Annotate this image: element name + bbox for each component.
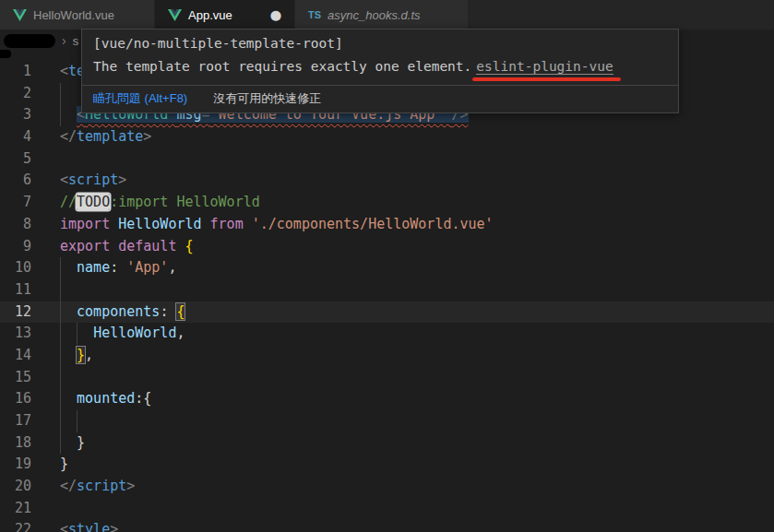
indent-guide (60, 388, 61, 410)
tab-helloworld-vue[interactable]: HelloWorld.vue (0, 0, 155, 30)
code-line: 19} (0, 454, 774, 476)
code-token: import (60, 216, 110, 232)
code-token: > (126, 478, 135, 494)
vue-icon (13, 9, 27, 21)
code-token: , (85, 347, 93, 363)
code-token: > (143, 128, 151, 145)
indent-guide (77, 410, 77, 432)
indent-guide (60, 301, 61, 324)
code-token: './components/HelloWorld.vue' (252, 216, 494, 232)
code-line: 4</template> (0, 126, 774, 148)
code-token: { (185, 238, 193, 254)
code-token: > (110, 521, 118, 532)
code-line-content[interactable]: mounted:{ (31, 388, 774, 410)
indent-guide (60, 345, 61, 367)
breadcrumb-item[interactable]: s (73, 34, 79, 48)
code-token: : (160, 303, 176, 320)
code-token: script (77, 478, 126, 494)
code-line-content[interactable] (31, 410, 774, 432)
code-token: </ (60, 128, 77, 145)
tab-app-vue[interactable]: App.vue⬤ (155, 0, 295, 30)
code-line-content[interactable]: } (31, 454, 774, 476)
code-line-content[interactable]: import HelloWorld from './components/Hel… (31, 214, 774, 236)
line-number: 20 (0, 476, 31, 498)
code-line: 10 name: 'App', (0, 257, 774, 279)
code-line: 5 (0, 148, 774, 171)
indent-guide (60, 83, 61, 105)
code-line-content[interactable] (31, 498, 774, 520)
code-line: 13 HelloWorld, (0, 323, 774, 345)
code-line-content[interactable]: <script> (31, 170, 774, 192)
code-token (110, 216, 118, 232)
code-token: } (60, 455, 68, 472)
line-number: 18 (0, 432, 31, 455)
code-token: 'App' (126, 259, 168, 276)
code-token: , (176, 325, 185, 341)
code-line-content[interactable] (31, 367, 774, 389)
code-token: < (60, 63, 68, 79)
code-token: :import HelloWorld (110, 194, 260, 210)
line-number: 12 (0, 301, 31, 324)
code-line-content[interactable]: <style> (31, 519, 774, 532)
code-line-content[interactable]: components: { (31, 301, 774, 324)
code-token: > (118, 171, 126, 188)
code-line-content[interactable]: //TODO:import HelloWorld (31, 192, 774, 214)
code-token: name (77, 259, 110, 276)
peek-problem-link[interactable]: 瞄孔問題 (Alt+F8) (93, 90, 187, 107)
eslint-plugin-link[interactable]: eslint-plugin-vue (476, 59, 613, 75)
code-token: mounted (77, 390, 135, 407)
code-line: 6<script> (0, 170, 774, 192)
line-number: 7 (0, 192, 31, 214)
code-line: 16 mounted:{ (0, 388, 774, 410)
code-token: // (60, 194, 77, 210)
line-number: 3 (0, 104, 31, 126)
code-token: } (77, 434, 85, 451)
code-line: 12 components: { (0, 301, 774, 324)
line-number: 5 (0, 148, 31, 171)
code-token: style (68, 521, 110, 532)
indent-guide (60, 323, 61, 345)
line-number: 21 (0, 498, 31, 520)
tab-async-hooks-d-ts[interactable]: TSasync_hooks.d.ts (295, 0, 469, 30)
line-number: 17 (0, 410, 31, 432)
line-number: 4 (0, 126, 31, 148)
code-line-content[interactable]: </script> (31, 476, 774, 498)
line-number: 10 (0, 257, 31, 279)
code-line: 9export default { (0, 236, 774, 258)
code-line: 7//TODO:import HelloWorld (0, 192, 774, 214)
indent-guide (60, 410, 61, 432)
code-line-content[interactable]: export default { (31, 236, 774, 258)
tab-label: App.vue (188, 8, 232, 22)
line-number: 14 (0, 345, 31, 367)
code-line-content[interactable] (31, 148, 774, 171)
code-line-content[interactable]: </template> (31, 126, 774, 148)
code-line: 11 (0, 279, 774, 301)
code-token (110, 238, 118, 254)
code-token: </ (60, 478, 77, 494)
code-token (60, 347, 77, 363)
code-token: , (168, 259, 176, 276)
code-editor[interactable]: 1<template>23 <HelloWorld msg="Welcome t… (0, 52, 774, 532)
indent-guide (60, 279, 61, 301)
code-token (60, 106, 77, 123)
code-line-content[interactable]: } (31, 432, 774, 455)
line-number: 22 (0, 519, 31, 532)
code-token: : (110, 259, 126, 276)
code-token (60, 390, 77, 407)
breadcrumb-separator-icon: › (62, 33, 66, 48)
redacted-breadcrumb-item (4, 34, 55, 48)
code-token (60, 303, 77, 320)
tab-label: HelloWorld.vue (33, 8, 114, 22)
code-line-content[interactable]: name: 'App', (31, 257, 774, 279)
code-line-content[interactable]: }, (31, 345, 774, 367)
code-token (202, 216, 210, 232)
code-line: 18 } (0, 432, 774, 455)
line-number: 13 (0, 323, 31, 345)
code-token (60, 434, 77, 451)
vue-icon (168, 9, 182, 21)
code-line-content[interactable] (31, 279, 774, 301)
code-line: 20</script> (0, 476, 774, 498)
indent-guide (77, 323, 77, 345)
code-line-content[interactable]: HelloWorld, (31, 323, 774, 345)
line-number: 8 (0, 214, 31, 236)
